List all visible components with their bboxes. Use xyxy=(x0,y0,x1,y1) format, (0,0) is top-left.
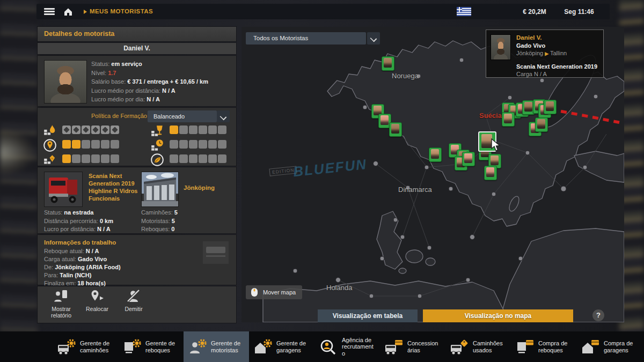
relocate-button[interactable]: Realocar xyxy=(80,289,114,312)
help-button[interactable]: ? xyxy=(592,309,604,321)
top-bar: MEUS MOTORISTAS € 20,2M Seg 11:46 xyxy=(36,4,610,19)
driver-marker-portrait xyxy=(380,115,389,125)
adr-class-icon xyxy=(111,125,119,134)
truck-tag-icon xyxy=(450,339,469,355)
job-finish-value: 18 hora(s) xyxy=(77,280,106,286)
driver-marker[interactable] xyxy=(484,166,497,180)
job-to-label: Para: xyxy=(44,272,58,278)
driver-filter-select[interactable]: Todos os Motoristas xyxy=(246,32,366,45)
adr-class-icon xyxy=(91,125,100,134)
skill-level-square xyxy=(170,154,178,163)
driver-marker[interactable] xyxy=(382,56,394,71)
map-panel[interactable]: EDITION BLUEFUN Noruega Suécia Dinamarca… xyxy=(241,27,624,322)
garage-trailers-value: 0 xyxy=(171,226,174,232)
skill-level-square xyxy=(72,154,80,163)
chevron-down-icon[interactable] xyxy=(217,110,230,122)
toolbar-item-recruitment-agency[interactable]: Agência de recrutamento xyxy=(314,331,380,362)
job-from-value: Jönköping (ARIA Food) xyxy=(55,264,120,270)
truck-name[interactable]: Scania Next Generation 2019 Highline R V… xyxy=(89,172,142,202)
valuable-cargo-skill-squares xyxy=(62,154,120,165)
show-report-button[interactable]: Mostrar relatório xyxy=(45,289,78,319)
skill-level-square xyxy=(111,154,119,163)
driver-details-panel: Detalhes do motorista Daniel V. Status: … xyxy=(38,27,236,323)
driver-marker[interactable] xyxy=(502,112,515,127)
driver-info-section: Status: em serviço Nível: 1.7 Salário ba… xyxy=(38,56,236,106)
skill-level-square xyxy=(218,140,226,149)
skill-level-square xyxy=(179,140,188,149)
truck-image[interactable] xyxy=(44,172,83,207)
truck-distance-value: 0 km xyxy=(100,218,113,224)
training-policy-select[interactable]: Balanceado xyxy=(148,110,217,122)
garage-name[interactable]: Jönköping xyxy=(184,184,215,191)
route-arrow-icon: ▶ xyxy=(545,51,548,56)
dismiss-button[interactable]: Demitir xyxy=(117,289,150,312)
country-label-suecia: Suécia xyxy=(479,112,502,120)
driver-marker[interactable] xyxy=(544,100,557,114)
card-truck: Scania Next Generation 2019 xyxy=(516,63,597,71)
toolbar-item-driver-manager[interactable]: Gerente de motoristas xyxy=(184,331,249,362)
level-label: Nível: xyxy=(91,70,106,76)
adr-class-icon xyxy=(72,125,80,134)
dismiss-icon xyxy=(126,289,142,304)
skill-level-square xyxy=(208,140,217,149)
skill-level-square xyxy=(199,154,207,163)
long-distance-skill-squares xyxy=(62,140,120,151)
long-distance-skill-icon xyxy=(43,138,57,152)
toolbar-item-garage-manager[interactable]: Gerente de garagens xyxy=(249,331,314,362)
home-icon[interactable] xyxy=(63,8,73,18)
skill-level-square xyxy=(208,125,217,134)
toolbar-item-used-trucks[interactable]: Caminhões usados xyxy=(445,331,511,362)
garage-image[interactable] xyxy=(141,172,179,207)
menu-icon[interactable] xyxy=(44,8,55,15)
skill-level-square xyxy=(72,140,80,149)
skill-level-square xyxy=(218,154,226,163)
adr-skill-icon xyxy=(43,124,57,138)
garage-drivers-label: Motoristas: xyxy=(141,218,170,224)
skill-level-square xyxy=(111,140,119,149)
table-view-button[interactable]: Visualização em tabela xyxy=(318,309,418,322)
skill-level-square xyxy=(62,154,71,163)
driver-marker[interactable] xyxy=(462,152,475,166)
driver-marker[interactable] xyxy=(535,117,548,132)
person-gear-icon xyxy=(188,339,207,355)
greece-flag-icon[interactable] xyxy=(457,7,471,18)
game-time: Seg 11:46 xyxy=(544,8,614,16)
truck-card-icon xyxy=(384,339,404,355)
driver-marker-portrait xyxy=(486,167,494,177)
driver-marker-portrait xyxy=(384,58,392,68)
skill-level-square xyxy=(91,154,100,163)
job-to-value: Talin (NCH) xyxy=(60,272,91,278)
chevron-down-icon[interactable] xyxy=(367,32,380,45)
skill-level-square xyxy=(179,154,188,163)
profit-day-label: Lucro médio por dia: xyxy=(91,96,145,102)
management-toolbar: Gerente de caminhões Gerente de reboques… xyxy=(0,331,644,362)
profit-distance-label: Lucro médio por distância: xyxy=(91,87,160,94)
card-driver-name: Daniel V. xyxy=(516,34,597,42)
skill-level-square xyxy=(82,154,90,163)
truck-profit-value: N / A xyxy=(97,226,111,232)
salary-value: € 371 / entrega + € 10,65 / km xyxy=(127,78,208,85)
toolbar-item-truck-manager[interactable]: Gerente de caminhões xyxy=(53,331,118,362)
breadcrumb: MEUS MOTORISTAS xyxy=(90,8,153,14)
toolbar-item-garage-purchase[interactable]: Compra de garagens xyxy=(576,331,642,362)
valuable-cargo-skill-icon xyxy=(43,153,57,167)
skill-level-square xyxy=(199,140,207,149)
toolbar-item-dealers[interactable]: Concessionárias xyxy=(380,331,445,362)
driver-hover-card: Daniel V. Gado Vivo Jönköping ▶ Tallinn … xyxy=(486,29,604,78)
toolbar-item-trailer-manager[interactable]: Gerente de reboques xyxy=(118,331,184,362)
level-value: 1.7 xyxy=(108,70,116,76)
toolbar-item-trailer-purchase[interactable]: Compra de reboques xyxy=(511,331,576,362)
driver-marker-portrait xyxy=(546,101,554,111)
skill-level-square xyxy=(82,140,90,149)
relocate-icon xyxy=(89,289,105,304)
profit-distance-value: N / A xyxy=(162,87,175,94)
adr-class-icon xyxy=(101,125,109,134)
driver-marker[interactable] xyxy=(429,147,442,162)
job-finish-label: Finaliza em: xyxy=(44,280,76,286)
driver-marker-portrait xyxy=(524,102,532,112)
salary-label: Salário base: xyxy=(91,78,126,85)
driver-marker-portrait xyxy=(464,153,472,163)
map-view-button[interactable]: Visualização no mapa xyxy=(423,309,573,322)
driver-marker[interactable] xyxy=(389,122,402,137)
urgent-delivery-skill-squares xyxy=(170,140,228,151)
